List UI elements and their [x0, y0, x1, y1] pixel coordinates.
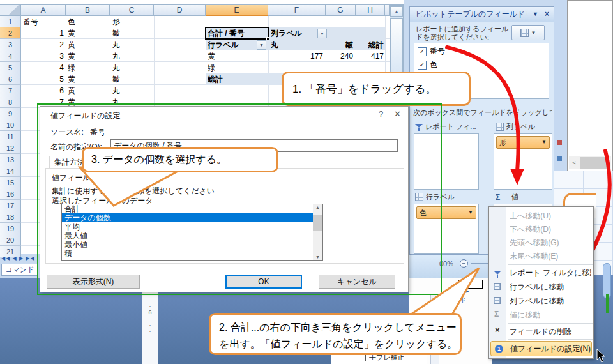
scroll-left-button[interactable]: <	[570, 157, 579, 169]
column-header-e-selected[interactable]: E	[206, 5, 268, 16]
cell[interactable]: 黄	[68, 39, 106, 50]
chevron-down-icon[interactable]: ▼	[541, 137, 547, 148]
pivot-value[interactable]: 177	[271, 50, 323, 62]
pivot-col-item[interactable]: 皺	[327, 39, 353, 50]
cell[interactable]: 5	[23, 73, 64, 85]
scroll-down-icon[interactable]: ▼	[313, 254, 322, 260]
list-item-max[interactable]: 最大値	[62, 231, 322, 240]
row-header[interactable]: 16	[0, 188, 21, 200]
cell[interactable]: 緑	[68, 62, 106, 73]
menu-move-to-column-labels[interactable]: 列ラベルに移動	[510, 294, 591, 308]
row-header[interactable]: 15	[0, 177, 21, 188]
row-header[interactable]: 12	[0, 142, 21, 154]
row-header[interactable]: 8	[0, 96, 21, 108]
cell[interactable]: 丸	[112, 39, 151, 50]
row-area-box[interactable]: 色 ▼	[414, 204, 479, 254]
sheet-nav-buttons[interactable]: ◀◀ ◀ ▶ ▶◀	[1, 255, 41, 263]
cell[interactable]: 黄	[68, 73, 106, 85]
pivot-row-item[interactable]: 緑	[208, 62, 252, 73]
pivot-row-item[interactable]: 黄	[208, 50, 252, 62]
pivot-col-filter-dropdown[interactable]: ▼	[317, 29, 327, 38]
column-header-h[interactable]: H	[356, 5, 385, 16]
menu-move-to-end[interactable]: 末尾へ移動(E)	[510, 250, 591, 263]
row-header[interactable]: 14	[0, 165, 21, 177]
field-list-header[interactable]: ピボットテーブルのフィールドリスト ▼ ×	[410, 7, 554, 22]
pivot-col-item[interactable]: 総計	[357, 39, 384, 50]
list-item-sum[interactable]: 合計	[62, 204, 322, 213]
row-header[interactable]: 11	[0, 131, 21, 142]
row-header[interactable]: 5	[0, 62, 21, 73]
menu-remove-field[interactable]: フィールドの削除	[510, 325, 591, 338]
row-header-selected[interactable]: 2	[0, 27, 21, 39]
pivot-row-item[interactable]: 総計	[208, 73, 252, 85]
row-header[interactable]: 4	[0, 50, 21, 62]
number-format-button[interactable]: 表示形式(N)	[47, 275, 140, 289]
cell[interactable]: 丸	[112, 62, 151, 73]
column-header-c[interactable]: C	[110, 5, 154, 16]
cell[interactable]: 黄	[68, 85, 106, 96]
cell[interactable]: 4	[23, 62, 64, 73]
pivot-value[interactable]: 240	[327, 50, 353, 62]
filter-area-box[interactable]	[414, 133, 479, 190]
row-header[interactable]: 10	[0, 119, 21, 131]
fill-handle[interactable]	[266, 37, 269, 40]
checkbox-checked[interactable]: ✓	[418, 47, 427, 56]
menu-move-to-beginning[interactable]: 先頭へ移動(G)	[510, 236, 591, 250]
pivot-col-label-cell[interactable]: 列ラベル	[271, 27, 309, 39]
cell[interactable]: 6	[23, 85, 64, 96]
sum-type-listbox[interactable]: 合計 データの個数 平均 最大値 最小値 積 ▲ ▼	[61, 204, 323, 261]
pivot-row-filter-dropdown[interactable]: ▼	[257, 40, 266, 50]
menu-move-to-row-labels[interactable]: 行ラベルに移動	[510, 280, 591, 294]
row-header[interactable]: 20	[0, 234, 21, 246]
cell-a1[interactable]: 番号	[23, 16, 64, 27]
zoom-out-button[interactable]: −	[460, 259, 468, 268]
list-item-average[interactable]: 平均	[62, 222, 322, 231]
background-hscrollbar[interactable]: <	[569, 156, 611, 169]
row-header[interactable]: 13	[0, 154, 21, 165]
cell[interactable]: 1	[23, 27, 64, 39]
column-header-b[interactable]: B	[66, 5, 110, 16]
row-header[interactable]: 3	[0, 39, 21, 50]
row-header[interactable]: 17	[0, 200, 21, 211]
select-all-corner[interactable]	[0, 5, 21, 16]
cell-c1[interactable]: 形	[112, 16, 151, 27]
field-item-bango[interactable]: ✓ 番号	[414, 43, 549, 57]
row-header[interactable]: 7	[0, 85, 21, 96]
cell[interactable]: 3	[23, 50, 64, 62]
cancel-button[interactable]: キャンセル	[319, 275, 395, 289]
scroll-thumb[interactable]	[313, 215, 322, 231]
sheet-tab[interactable]: コマンド	[1, 264, 38, 276]
cell[interactable]: 丸	[112, 50, 151, 62]
scroll-thumb[interactable]	[580, 157, 608, 169]
row-header[interactable]: 9	[0, 108, 21, 119]
cell[interactable]: 2	[23, 39, 64, 50]
chevron-down-icon[interactable]: ▼	[533, 7, 538, 22]
cell[interactable]: 皺	[112, 27, 151, 39]
list-item-min[interactable]: 最小値	[62, 240, 322, 249]
row-header[interactable]: 6	[0, 73, 21, 85]
cell[interactable]: 黄	[68, 50, 106, 62]
field-item-iro[interactable]: ✓ 色	[414, 57, 549, 70]
cell[interactable]: 丸	[112, 85, 151, 96]
scroll-thumb[interactable]	[390, 18, 403, 77]
list-item-count-selected[interactable]: データの個数	[62, 213, 322, 222]
cell-b1[interactable]: 色	[68, 16, 106, 27]
list-item-product[interactable]: 積	[62, 249, 322, 258]
column-header-a[interactable]: A	[21, 5, 66, 16]
row-header[interactable]: 1	[0, 16, 21, 27]
row-header[interactable]: 19	[0, 223, 21, 234]
close-icon[interactable]: ✕	[394, 109, 401, 119]
help-icon[interactable]: ?	[379, 109, 383, 119]
zoom-slider-track[interactable]	[471, 263, 488, 264]
column-header-f[interactable]: F	[268, 5, 326, 16]
pivot-row-label-cell[interactable]: 行ラベル	[208, 39, 252, 50]
field-list-layout-button[interactable]: ▼	[511, 25, 545, 40]
checkbox-checked[interactable]: ✓	[418, 61, 427, 70]
menu-move-to-values[interactable]: 値に移動	[510, 308, 591, 322]
close-icon[interactable]: ×	[545, 7, 549, 22]
scroll-up-button[interactable]: ▲	[390, 6, 403, 17]
cell[interactable]: 黄	[68, 27, 106, 39]
ok-button[interactable]: OK	[225, 275, 302, 289]
chevron-down-icon[interactable]: ▼	[468, 208, 473, 218]
scroll-up-icon[interactable]: ▲	[313, 204, 322, 210]
